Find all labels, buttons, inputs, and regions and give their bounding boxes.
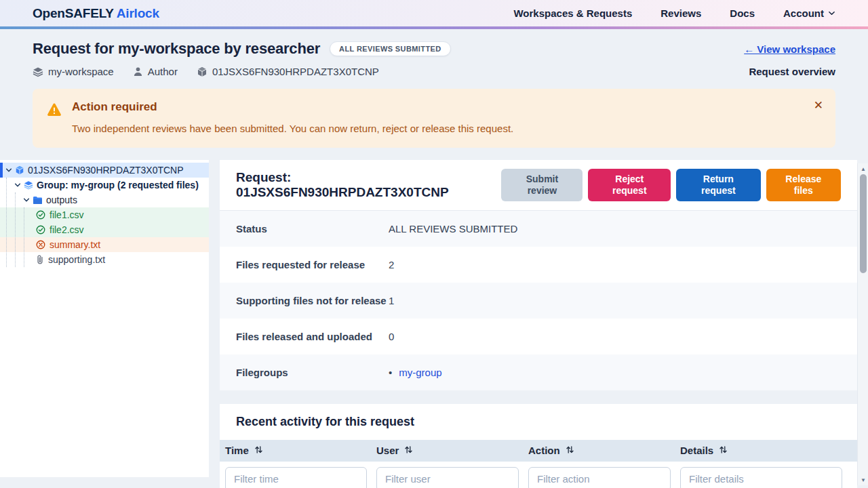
sort-icon xyxy=(255,445,262,456)
tree-node-outputs-folder[interactable]: outputs xyxy=(0,192,209,207)
nav-items: Workspaces & Requests Reviews Docs Accou… xyxy=(513,7,835,19)
tree-file-label: file2.csv xyxy=(50,224,84,235)
cube-icon xyxy=(15,165,24,175)
brand-part-2: Airlock xyxy=(113,6,159,20)
alert-body: Action required Two independent reviews … xyxy=(72,100,513,134)
detail-label: Files requested for release xyxy=(236,259,389,270)
user-icon xyxy=(133,66,143,77)
detail-value: ALL REVIEWS SUBMITTED xyxy=(389,223,517,235)
brand-part-1: OpenSAFELY xyxy=(33,6,113,20)
activity-filter-row xyxy=(220,462,857,488)
tree-guide-line xyxy=(15,192,16,267)
tree-file-label: summary.txt xyxy=(50,239,100,250)
release-files-button[interactable]: Release files xyxy=(766,169,841,201)
nav-reviews[interactable]: Reviews xyxy=(660,7,701,19)
chevron-down-icon xyxy=(828,7,835,19)
view-workspace-link[interactable]: ← View workspace xyxy=(744,43,835,55)
close-icon[interactable]: ✕ xyxy=(810,96,827,115)
column-label: Time xyxy=(225,445,249,456)
check-circle-icon xyxy=(36,225,45,235)
tree-node-label: outputs xyxy=(46,195,77,205)
tree-node-label: 01JSXS6FN930HRPDAZT3X0TCNP xyxy=(28,165,184,176)
activity-table-header: Time User Action Details xyxy=(220,440,857,462)
layers-icon xyxy=(24,180,33,190)
nav-account-menu[interactable]: Account xyxy=(783,7,835,19)
detail-row-filegroups: Filegroups my-group xyxy=(220,354,857,390)
meta-author-label: Author xyxy=(148,66,178,77)
tree-node-group[interactable]: Group: my-group (2 requested files) xyxy=(0,178,209,192)
meta-author: Author xyxy=(133,66,178,77)
top-navigation: OpenSAFELY Airlock Workspaces & Requests… xyxy=(0,0,868,26)
tree-node-label: Group: my-group (2 requested files) xyxy=(37,180,199,190)
detail-row-status: Status ALL REVIEWS SUBMITTED xyxy=(220,211,857,247)
nav-docs[interactable]: Docs xyxy=(730,7,755,19)
action-required-alert: Action required Two independent reviews … xyxy=(33,89,835,148)
reject-request-button[interactable]: Reject request xyxy=(588,169,671,201)
filter-user-input[interactable] xyxy=(376,467,519,488)
column-header-user[interactable]: User xyxy=(376,445,528,456)
tree-file-rejected[interactable]: summary.txt xyxy=(0,237,209,252)
submit-review-button[interactable]: Submit review xyxy=(501,169,583,201)
chevron-down-icon[interactable] xyxy=(5,167,13,174)
vertical-scrollbar[interactable]: ▲ ▼ xyxy=(857,163,868,485)
recent-activity-card: Recent activity for this request Time Us… xyxy=(220,404,857,488)
filter-details-input[interactable] xyxy=(680,467,842,488)
detail-value: 1 xyxy=(389,295,394,306)
warning-icon xyxy=(46,102,62,134)
page-header: Request for my-workspace by researcher A… xyxy=(0,29,868,77)
detail-value: 2 xyxy=(389,259,394,270)
status-badge: ALL REVIEWS SUBMITTED xyxy=(330,41,451,56)
scroll-down-icon[interactable]: ▼ xyxy=(858,474,868,485)
column-header-action[interactable]: Action xyxy=(528,445,680,456)
meta-request-id-label: 01JSXS6FN930HRPDAZT3X0TCNP xyxy=(212,66,379,77)
detail-label: Filegroups xyxy=(236,367,389,378)
sort-icon xyxy=(405,445,412,456)
filter-action-input[interactable] xyxy=(528,467,671,488)
content-area: 01JSXS6FN930HRPDAZT3X0TCNP Group: my-gro… xyxy=(0,160,868,485)
scroll-up-icon[interactable]: ▲ xyxy=(858,163,868,174)
sort-icon xyxy=(566,445,574,456)
detail-row-files-requested: Files requested for release 2 xyxy=(220,247,857,283)
scrollbar-thumb[interactable] xyxy=(860,174,867,273)
alert-message: Two independent reviews have been submit… xyxy=(72,123,513,134)
chevron-down-icon[interactable] xyxy=(14,182,22,188)
chevron-down-icon[interactable] xyxy=(22,197,31,203)
app-logo[interactable]: OpenSAFELY Airlock xyxy=(33,6,159,21)
tree-file-supporting[interactable]: supporting.txt xyxy=(0,252,209,267)
nav-account-label: Account xyxy=(783,7,824,19)
request-overview-label: Request overview xyxy=(749,66,835,77)
tree-guide-line xyxy=(24,207,24,267)
detail-label: Files released and uploaded xyxy=(236,331,389,342)
filegroup-link[interactable]: my-group xyxy=(399,367,441,378)
detail-label: Supporting files not for release xyxy=(236,295,389,306)
column-label: Action xyxy=(528,445,560,456)
check-circle-icon xyxy=(36,210,45,220)
tree-file-label: supporting.txt xyxy=(48,254,105,265)
activity-heading: Recent activity for this request xyxy=(220,415,857,429)
tree-guide-line xyxy=(6,178,7,267)
sort-icon xyxy=(719,445,727,456)
cube-icon xyxy=(197,66,208,77)
request-overview-card: Request: 01JSXS6FN930HRPDAZT3X0TCNP Subm… xyxy=(220,160,857,390)
folder-icon xyxy=(33,196,43,205)
tree-node-request-root[interactable]: 01JSXS6FN930HRPDAZT3X0TCNP xyxy=(0,163,209,178)
detail-row-supporting-files: Supporting files not for release 1 xyxy=(220,283,857,319)
filter-time-input[interactable] xyxy=(225,467,367,488)
tree-file-approved[interactable]: file2.csv xyxy=(0,222,209,237)
detail-value: 0 xyxy=(389,331,394,342)
tree-file-approved[interactable]: file1.csv xyxy=(0,207,209,222)
alert-title: Action required xyxy=(72,100,513,114)
main-panel: Request: 01JSXS6FN930HRPDAZT3X0TCNP Subm… xyxy=(220,160,857,485)
layers-icon xyxy=(33,66,43,77)
column-header-details[interactable]: Details xyxy=(680,445,857,456)
tree-file-label: file1.csv xyxy=(50,209,84,220)
column-header-time[interactable]: Time xyxy=(225,445,376,456)
meta-workspace-label: my-workspace xyxy=(48,66,114,77)
detail-row-files-released: Files released and uploaded 0 xyxy=(220,319,857,354)
nav-workspaces-requests[interactable]: Workspaces & Requests xyxy=(513,7,632,19)
request-actions: Submit review Reject request Return requ… xyxy=(501,169,841,201)
request-title: Request: 01JSXS6FN930HRPDAZT3X0TCNP xyxy=(236,170,501,200)
return-request-button[interactable]: Return request xyxy=(676,169,761,201)
paperclip-icon xyxy=(36,255,44,264)
page-title: Request for my-workspace by researcher xyxy=(33,40,320,58)
